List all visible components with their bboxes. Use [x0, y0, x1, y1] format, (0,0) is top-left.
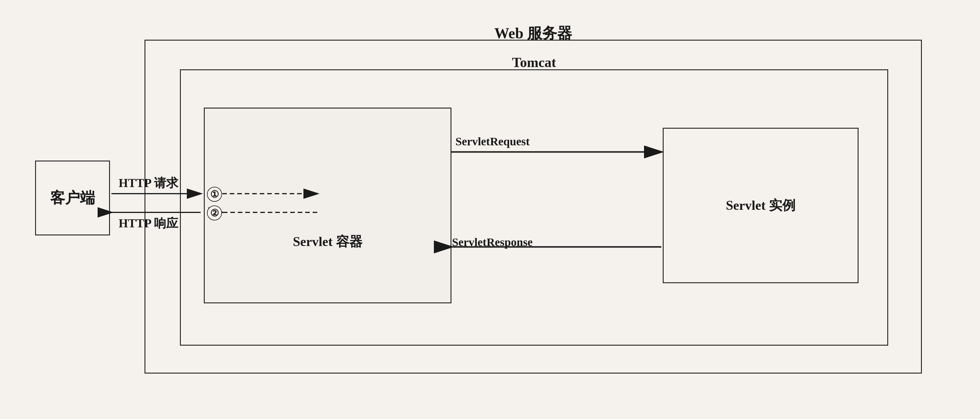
http-request-label: HTTP 请求	[119, 175, 178, 191]
circle-2: ②	[207, 205, 222, 221]
circle-1: ①	[207, 187, 222, 202]
web-server-box: Web 服务器 Tomcat Servlet 容器 Servlet 实例	[145, 40, 922, 373]
client-label: 客户端	[50, 188, 95, 208]
servlet-request-label: ServletRequest	[455, 135, 530, 148]
http-response-label: HTTP 响应	[119, 215, 178, 232]
client-box: 客户端	[35, 160, 110, 235]
tomcat-label: Tomcat	[512, 54, 556, 70]
servlet-container-box: Servlet 容器	[204, 108, 452, 303]
tomcat-box: Tomcat Servlet 容器 Servlet 实例	[180, 69, 888, 346]
web-server-label: Web 服务器	[494, 23, 572, 43]
servlet-instance-box: Servlet 实例	[663, 128, 859, 283]
servlet-response-label: ServletResponse	[452, 235, 533, 249]
servlet-container-label: Servlet 容器	[293, 233, 362, 251]
diagram-container: 客户端 Web 服务器 Tomcat Servlet 容器 Servlet 实例	[29, 22, 951, 397]
servlet-instance-label: Servlet 实例	[726, 196, 795, 215]
